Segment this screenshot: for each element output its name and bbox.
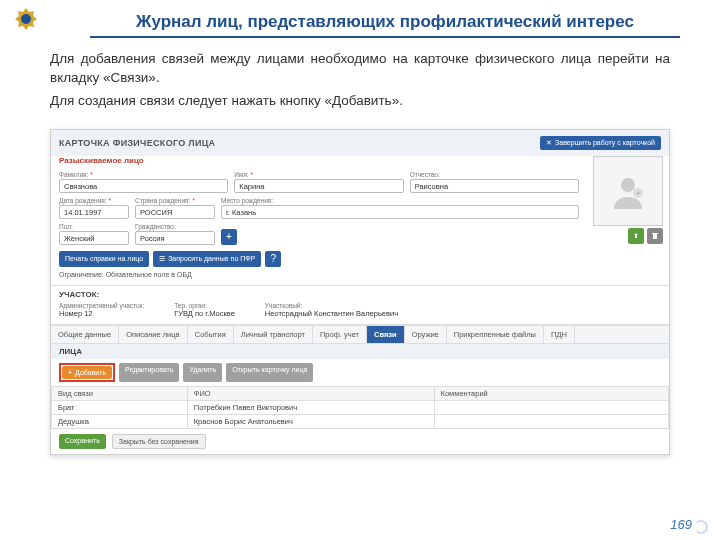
avatar-placeholder: + <box>593 156 663 226</box>
table-row[interactable]: Брат Потребкин Павел Викторович <box>52 400 669 414</box>
tab-files[interactable]: Прикрепленные файлы <box>447 326 544 343</box>
dob-input[interactable]: 14.01.1997 <box>59 205 129 219</box>
close-icon: ✕ <box>546 139 552 147</box>
add-highlight: + Добавить <box>59 363 115 382</box>
plus-icon: + <box>68 369 72 376</box>
card-header: КАРТОЧКА ФИЗИЧЕСКОГО ЛИЦА ✕ Завершить ра… <box>51 130 669 156</box>
org-val: ГУВД по г.Москве <box>174 309 235 318</box>
save-button[interactable]: Сохранить <box>59 434 106 449</box>
tab-links[interactable]: Связи <box>367 326 405 343</box>
tab-profuchet[interactable]: Проф. учет <box>313 326 367 343</box>
open-card-button[interactable]: Открыть карточку лица <box>226 363 313 382</box>
surname-label: Фамилия: * <box>59 171 228 178</box>
citizenship-input[interactable]: Россия <box>135 231 215 245</box>
slide-title: Журнал лиц, представляющих профилактичес… <box>90 12 680 38</box>
birthplace-label: Место рождения: <box>221 197 579 204</box>
col-comment: Комментарий <box>434 386 668 400</box>
tabs: Общие данные Описание лица События Личны… <box>51 325 669 343</box>
print-button[interactable]: Печать справки на лицо <box>59 251 149 267</box>
add-citizenship-button[interactable]: + <box>221 229 237 245</box>
birthplace-input[interactable]: г. Казань <box>221 205 579 219</box>
surname-input[interactable]: Связнова <box>59 179 228 193</box>
country-label: Страна рождения: * <box>135 197 215 204</box>
svg-text:+: + <box>636 189 641 198</box>
tab-weapons[interactable]: Оружие <box>405 326 447 343</box>
uchastok-block: УЧАСТОК: Административный участок:Номер … <box>51 285 669 325</box>
sex-label: Пол: <box>59 223 129 230</box>
adm-val: Номер 12 <box>59 309 93 318</box>
avatar-delete-button[interactable] <box>647 228 663 244</box>
uchastok-title: УЧАСТОК: <box>59 290 661 299</box>
delete-button[interactable]: Удалить <box>183 363 222 382</box>
tab-description[interactable]: Описание лица <box>119 326 188 343</box>
officer-val: Неотсрадный Константин Валерьевич <box>265 309 398 318</box>
bars-icon: ☰ <box>159 255 165 263</box>
links-toolbar: + Добавить Редактировать Удалить Открыть… <box>51 359 669 386</box>
person-section-label: Разыскиваемое лицо <box>51 156 587 169</box>
instruction-2: Для создания связи следует нажать кнопку… <box>50 92 670 111</box>
citizenship-label: Гражданство: <box>135 223 215 230</box>
col-type: Вид связи <box>52 386 188 400</box>
svg-point-0 <box>21 14 31 24</box>
patronymic-label: Отчество: <box>410 171 579 178</box>
extra-action-button[interactable]: ? <box>265 251 281 267</box>
sex-input[interactable]: Женский <box>59 231 129 245</box>
tab-general[interactable]: Общие данные <box>51 326 119 343</box>
avatar-upload-button[interactable] <box>628 228 644 244</box>
cancel-button[interactable]: Закрыть без сохранения <box>112 434 206 449</box>
close-card-button[interactable]: ✕ Завершить работу с карточкой <box>540 136 661 150</box>
org-label: Тер. орган: <box>174 302 235 309</box>
name-label: Имя: * <box>234 171 403 178</box>
links-table: Вид связи ФИО Комментарий Брат Потребкин… <box>51 386 669 429</box>
tab-transport[interactable]: Личный транспорт <box>234 326 313 343</box>
patronymic-input[interactable]: Раисовна <box>410 179 579 193</box>
edit-button[interactable]: Редактировать <box>119 363 179 382</box>
card-title: КАРТОЧКА ФИЗИЧЕСКОГО ЛИЦА <box>59 138 215 148</box>
instruction-1: Для добавления связей между лицами необх… <box>50 50 670 88</box>
adm-label: Административный участок: <box>59 302 144 309</box>
request-pfr-button[interactable]: ☰ Запросить данные по ПФР <box>153 251 261 267</box>
add-button[interactable]: + Добавить <box>62 366 112 379</box>
links-section-header: ЛИЦА <box>51 343 669 359</box>
svg-point-1 <box>621 178 635 192</box>
limit-label: Ограничение: Обязательное поле в ОБД <box>51 271 587 281</box>
page-number: 169 <box>670 517 692 532</box>
dob-label: Дата рождения: * <box>59 197 129 204</box>
table-row[interactable]: Дедушка Краснов Борис Анатольевич <box>52 414 669 428</box>
col-fio: ФИО <box>187 386 434 400</box>
officer-label: Участковый: <box>265 302 398 309</box>
tab-pdn[interactable]: ПДН <box>544 326 575 343</box>
page-decoration-icon <box>694 520 708 534</box>
app-card: КАРТОЧКА ФИЗИЧЕСКОГО ЛИЦА ✕ Завершить ра… <box>50 129 670 455</box>
tab-events[interactable]: События <box>188 326 234 343</box>
mvd-emblem-icon <box>10 6 42 42</box>
name-input[interactable]: Карина <box>234 179 403 193</box>
country-input[interactable]: РОССИЯ <box>135 205 215 219</box>
